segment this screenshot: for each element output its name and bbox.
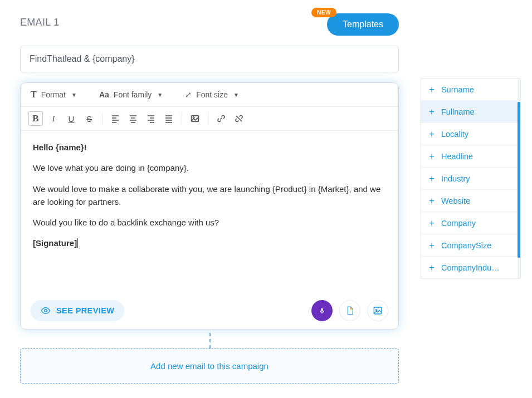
see-preview-label: SEE PREVIEW xyxy=(56,306,114,315)
underline-button[interactable]: U xyxy=(64,111,79,126)
font-size-label: Font size xyxy=(196,90,228,99)
merge-field-label: Website xyxy=(441,196,470,205)
svg-line-18 xyxy=(236,116,242,121)
merge-field-label: Locality xyxy=(441,130,468,139)
insert-link-button[interactable] xyxy=(214,111,228,126)
text-cursor xyxy=(77,238,78,248)
svg-point-17 xyxy=(193,117,194,118)
merge-field-label: Headline xyxy=(441,152,473,161)
templates-button[interactable]: Templates xyxy=(327,13,399,36)
chevron-down-icon: ▼ xyxy=(71,92,77,98)
editor-content[interactable]: Hello {name}! We love what you are doing… xyxy=(21,131,398,292)
plus-icon: + xyxy=(429,151,435,161)
font-family-dropdown[interactable]: Aa Font family ▼ xyxy=(99,90,163,99)
plus-icon: + xyxy=(429,174,435,183)
chevron-down-icon: ▼ xyxy=(157,92,163,98)
signature-placeholder: [Signature] xyxy=(33,238,77,248)
attach-file-button[interactable] xyxy=(339,300,360,321)
editor-toolbar-row2: B I U S xyxy=(21,107,398,131)
align-right-button[interactable] xyxy=(144,111,158,126)
new-badge: NEW xyxy=(311,8,336,17)
align-center-icon xyxy=(129,114,138,123)
merge-field-label: Fullname xyxy=(441,107,475,116)
svg-rect-23 xyxy=(374,307,382,314)
microphone-icon xyxy=(317,306,327,316)
link-icon xyxy=(217,114,226,123)
templates-button-wrap: NEW Templates xyxy=(327,13,399,36)
greeting-line: Hello {name}! xyxy=(33,143,87,152)
merge-field-item[interactable]: +Surname xyxy=(421,78,520,101)
font-size-dropdown[interactable]: ⤢ Font size ▼ xyxy=(185,90,239,99)
body-line-2: We would love to make a collaborate with… xyxy=(33,183,386,209)
add-email-button[interactable]: Add new email to this campaign xyxy=(20,348,399,384)
file-icon xyxy=(345,306,355,316)
image-icon xyxy=(191,114,199,123)
body-line-1: We love what you are doing in {company}. xyxy=(33,161,386,174)
footer-actions xyxy=(311,300,388,321)
svg-point-19 xyxy=(45,309,47,312)
plus-icon: + xyxy=(429,218,435,228)
editor-toolbar-row1: T Format ▼ Aa Font family ▼ ⤢ Font size … xyxy=(21,83,398,107)
align-justify-button[interactable] xyxy=(162,111,176,126)
align-center-button[interactable] xyxy=(126,111,140,126)
merge-field-item[interactable]: +CompanySize xyxy=(421,234,520,257)
align-left-icon xyxy=(111,114,120,123)
insert-image-button[interactable] xyxy=(188,111,202,126)
align-left-button[interactable] xyxy=(108,111,123,126)
unlink-icon xyxy=(235,114,243,123)
plus-icon: + xyxy=(429,107,435,116)
strikethrough-icon: S xyxy=(86,114,92,124)
font-family-label: Font family xyxy=(114,90,152,99)
merge-field-item[interactable]: +Industry xyxy=(421,168,520,190)
bold-icon: B xyxy=(32,113,38,124)
merge-field-label: CompanySize xyxy=(441,241,491,250)
email-editor: T Format ▼ Aa Font family ▼ ⤢ Font size … xyxy=(20,82,399,330)
record-voice-button[interactable] xyxy=(311,300,333,321)
body-line-3: Would you like to do a backlink exchange… xyxy=(33,216,386,229)
svg-point-24 xyxy=(376,309,377,310)
toolbar-separator xyxy=(102,112,103,125)
merge-field-item[interactable]: +Headline xyxy=(421,145,520,168)
flow-connector xyxy=(20,333,399,348)
eye-icon xyxy=(41,306,51,316)
chevron-down-icon: ▼ xyxy=(233,92,239,98)
italic-button[interactable]: I xyxy=(46,111,61,126)
font-family-icon: Aa xyxy=(99,90,109,99)
plus-icon: + xyxy=(429,85,435,94)
format-icon: T xyxy=(31,90,37,100)
picture-icon xyxy=(373,306,383,316)
editor-footer: SEE PREVIEW xyxy=(21,292,398,329)
strikethrough-button[interactable]: S xyxy=(82,111,96,126)
format-label: Format xyxy=(41,90,66,99)
align-justify-icon xyxy=(164,114,173,123)
merge-field-label: CompanyIndu… xyxy=(441,263,500,272)
merge-field-label: Company xyxy=(441,219,476,228)
merge-field-item[interactable]: +Fullname xyxy=(421,101,520,123)
svg-rect-21 xyxy=(321,308,323,312)
bold-button[interactable]: B xyxy=(28,111,43,126)
format-dropdown[interactable]: T Format ▼ xyxy=(31,90,77,100)
font-size-icon: ⤢ xyxy=(185,90,192,99)
plus-icon: + xyxy=(429,129,435,139)
unlink-button[interactable] xyxy=(232,111,246,126)
toolbar-separator xyxy=(182,112,182,125)
align-right-icon xyxy=(147,114,155,123)
merge-field-item[interactable]: +CompanyIndu… xyxy=(421,257,520,278)
subject-input[interactable] xyxy=(20,46,399,72)
underline-icon: U xyxy=(69,114,75,124)
merge-field-item[interactable]: +Company xyxy=(421,212,520,234)
insert-picture-button[interactable] xyxy=(367,300,388,321)
merge-field-item[interactable]: +Locality xyxy=(421,123,520,145)
add-email-label: Add new email to this campaign xyxy=(150,361,269,371)
email-header: EMAIL 1 NEW Templates xyxy=(20,17,399,36)
plus-icon: + xyxy=(429,240,435,250)
see-preview-button[interactable]: SEE PREVIEW xyxy=(31,300,124,321)
merge-field-label: Surname xyxy=(441,85,474,94)
merge-field-item[interactable]: +Website xyxy=(421,190,520,212)
toolbar-separator xyxy=(208,112,208,125)
merge-fields-panel: +Surname+Fullname+Locality+Headline+Indu… xyxy=(421,78,521,279)
fields-scrollbar-thumb[interactable] xyxy=(518,102,520,258)
merge-field-label: Industry xyxy=(441,174,470,183)
plus-icon: + xyxy=(429,263,435,272)
plus-icon: + xyxy=(429,196,435,205)
